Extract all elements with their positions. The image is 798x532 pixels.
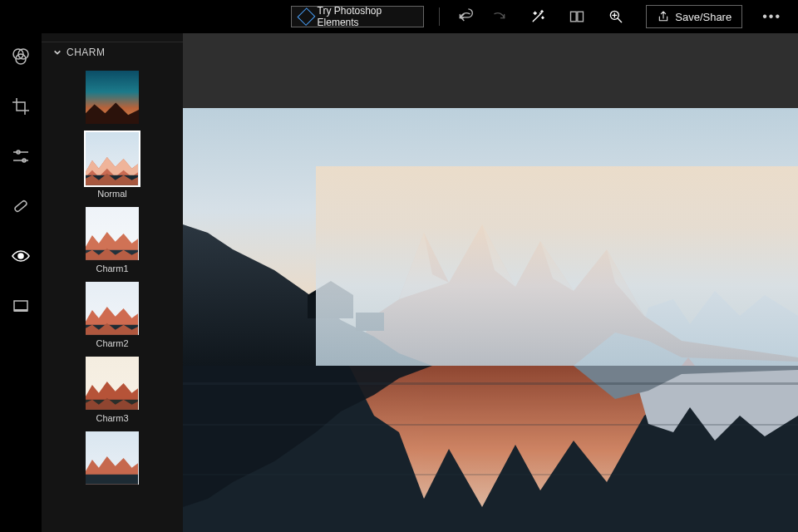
- looks-category: CHARM Normal: [42, 33, 183, 496]
- tool-looks[interactable]: [9, 45, 32, 68]
- tool-crop[interactable]: [9, 95, 32, 118]
- svg-marker-12: [86, 102, 139, 124]
- stage-padding-top: [183, 33, 798, 108]
- bandaid-icon: [11, 196, 31, 216]
- share-icon: [657, 10, 670, 23]
- separator: [439, 7, 440, 26]
- compare-button[interactable]: [566, 5, 587, 28]
- undo-button[interactable]: [455, 5, 475, 28]
- category-header-charm[interactable]: CHARM: [42, 42, 183, 62]
- look-item-charm3[interactable]: Charm3: [84, 357, 140, 423]
- svg-rect-0: [570, 12, 576, 22]
- eye-icon: [11, 246, 31, 266]
- svg-rect-11: [14, 309, 27, 312]
- looks-panel[interactable]: CHARM Normal: [42, 33, 183, 532]
- overflow-menu-button[interactable]: •••: [762, 9, 781, 24]
- category-label: CHARM: [66, 47, 106, 58]
- look-label: Charm3: [96, 413, 128, 423]
- look-item-charm-preview[interactable]: [84, 71, 140, 124]
- save-share-button[interactable]: Save/Share: [646, 5, 742, 28]
- undo-icon: [457, 8, 474, 25]
- tool-heal[interactable]: [9, 195, 32, 218]
- look-label: Charm2: [96, 338, 128, 348]
- app-root: Try Photoshop Elements Save/Share •••: [0, 0, 798, 532]
- look-item-charm2[interactable]: Charm2: [84, 282, 140, 348]
- more-icon: •••: [762, 9, 781, 23]
- look-item-charm1[interactable]: Charm1: [84, 207, 140, 273]
- svg-rect-50: [183, 424, 798, 426]
- tool-border[interactable]: [9, 294, 32, 318]
- topbar: Try Photoshop Elements Save/Share •••: [0, 0, 798, 33]
- tool-rail: [0, 33, 42, 532]
- photo-content: [183, 108, 798, 532]
- crop-icon: [11, 96, 31, 116]
- magic-wand-icon: [530, 8, 546, 25]
- svg-rect-8: [14, 200, 27, 213]
- sliders-icon: [11, 146, 31, 166]
- photoshop-elements-icon: [297, 7, 315, 26]
- compare-icon: [569, 8, 585, 25]
- image-canvas[interactable]: [183, 108, 798, 532]
- look-label: Charm1: [96, 264, 128, 273]
- looks-list: Normal Charm1 Char: [42, 62, 183, 493]
- frame-icon: [11, 296, 31, 316]
- looks-icon: [11, 47, 31, 66]
- save-button-label: Save/Share: [675, 11, 732, 23]
- svg-rect-44: [316, 166, 798, 366]
- tool-redeye[interactable]: [9, 244, 32, 268]
- svg-rect-1: [577, 12, 583, 22]
- zoom-button[interactable]: [605, 5, 626, 28]
- image-stage: [183, 33, 798, 532]
- redo-button[interactable]: [488, 5, 509, 28]
- main-area: CHARM Normal: [0, 33, 798, 532]
- svg-rect-51: [183, 474, 798, 475]
- try-photoshop-elements-button[interactable]: Try Photoshop Elements: [291, 6, 424, 27]
- auto-enhance-button[interactable]: [527, 5, 548, 28]
- look-item-charm4[interactable]: [84, 431, 140, 485]
- svg-point-9: [18, 254, 23, 259]
- svg-rect-49: [183, 382, 798, 385]
- try-button-label: Try Photoshop Elements: [318, 5, 416, 28]
- zoom-in-icon: [608, 8, 624, 25]
- redo-icon: [490, 8, 507, 25]
- look-label: Normal: [97, 189, 126, 199]
- chevron-down-icon: [53, 48, 62, 57]
- svg-rect-27: [86, 475, 138, 485]
- tool-adjust[interactable]: [9, 145, 32, 168]
- look-item-normal[interactable]: Normal: [84, 132, 140, 199]
